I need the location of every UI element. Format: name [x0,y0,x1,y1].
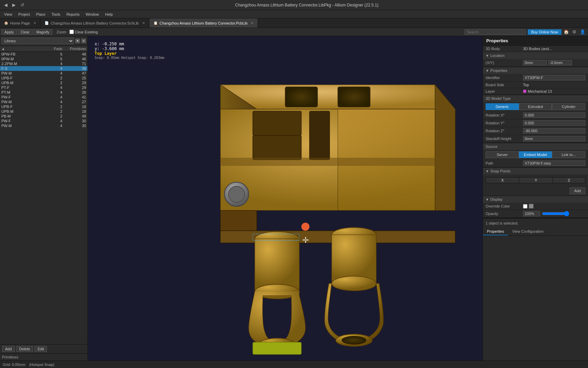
user-icon[interactable]: 👤 [578,29,587,34]
component-row[interactable]: PT-F 4 29 [0,85,87,90]
sort-name-header[interactable]: ▲ [1,47,45,51]
delete-component-button[interactable]: Delete [16,346,33,352]
menu-tools[interactable]: Tools [49,12,63,17]
menu-help[interactable]: Help [102,12,116,17]
coord-y: y: -3.600 mm [95,46,164,51]
component-row[interactable]: PW-M 4 47 [0,71,87,76]
menu-view[interactable]: View [1,12,15,17]
rotation-z-input[interactable] [523,128,585,134]
model-cylinder-button[interactable]: Cylinder [552,103,585,110]
rotation-x-input[interactable] [523,112,585,118]
buy-online-button[interactable]: Buy Online Now [528,29,561,35]
opacity-input[interactable] [523,211,540,216]
pads-header: Pads [45,47,62,51]
component-row[interactable]: UPB-F 2 25 [0,76,87,80]
window-controls[interactable]: ◀ ▶ ↺ [3,2,26,8]
location-x-input[interactable] [523,60,547,65]
tab-view-configuration[interactable]: View Configuration [508,228,548,235]
model-type-buttons: Generic Extruded Cylinder [486,103,585,110]
svg-point-21 [332,276,376,291]
display-section-title[interactable]: ▼ Display [483,196,588,203]
svg-rect-10 [309,111,330,160]
component-row[interactable]: 2-2PW-M 4 71 [0,61,87,66]
component-row[interactable]: PW-F 4 41 [0,95,87,99]
edit-component-button[interactable]: Edit [34,346,47,352]
component-row[interactable]: PB-M 2 49 [0,114,87,119]
comp-name: PW-F [1,119,45,123]
menu-window[interactable]: Window [83,12,102,17]
nav-back[interactable]: ◀ [3,2,9,8]
component-row[interactable]: PW-M 4 30 [0,123,87,128]
comp-name: UPB-M [1,81,45,85]
comp-primitives: 47 [62,71,86,75]
component-row[interactable]: 0PW-FB 5 48 [0,52,87,57]
tab-home[interactable]: 🏠 Home Page ✕ [0,18,40,28]
color-swatch[interactable] [529,204,534,209]
viewport[interactable]: x: -0.250 mm y: -3.600 mm Top Layer Snap… [88,36,483,361]
nav-refresh[interactable]: ↺ [19,2,26,8]
menu-reports[interactable]: Reports [64,12,82,17]
source-link-button[interactable]: Link to... [552,151,585,158]
override-color-checkbox[interactable] [523,204,527,209]
properties-section-title[interactable]: ▼ Properties [483,67,588,74]
location-y-input[interactable] [548,60,572,65]
component-row[interactable]: PW-M 4 27 [0,99,87,104]
source-server-button[interactable]: Server [486,151,519,158]
tab-schlib-close[interactable]: ✕ [142,21,145,25]
tab-pcblib[interactable]: 📋 Changzhou Amass Lithium Battery Connec… [149,18,258,28]
component-row[interactable]: UPB-M 2 29 [0,80,87,85]
search-input[interactable] [464,29,526,35]
snap-add-button[interactable]: Add [570,187,585,194]
library-dropdown[interactable]: Library [1,37,74,44]
rotation-y-input[interactable] [523,120,585,126]
board-side-row: Board Side Top [483,82,588,88]
rotation-y-row: Rotation Y* [483,119,588,127]
component-row[interactable]: PW-F 4 30 [0,119,87,123]
apply-button[interactable]: Apply [1,29,17,35]
component-row[interactable]: 0PW-M 5 46 [0,57,87,61]
home-nav-icon[interactable]: 🏠 [562,29,570,34]
standoff-input[interactable] [523,136,585,141]
settings-icon[interactable]: ⚙ [571,29,578,34]
comp-primitives: 30 [62,119,86,123]
layer-value: Mechanical 13 [528,89,585,93]
component-row[interactable]: PT-M 4 26 [0,90,87,95]
svg-rect-15 [255,239,299,292]
menu-place[interactable]: Place [33,12,48,17]
clear-button[interactable]: Clear [18,29,33,35]
component-row[interactable]: F-S 4 38 [0,66,87,71]
comp-primitives: 25 [62,76,86,80]
comp-name: UPB-M [1,109,45,113]
override-color-label: Override Color [486,204,523,208]
svg-marker-12 [220,211,257,231]
panel-close-btn[interactable]: ✕ [81,39,86,43]
component-row[interactable]: UPB-F 2 18 [0,104,87,109]
tab-schlib[interactable]: 📄 Changzhou Amass Lithium Battery Connec… [40,18,149,28]
clear-existing-checkbox[interactable] [69,30,74,34]
properties-section-label: Properties [490,68,507,73]
location-collapse-arrow: ▼ [486,54,489,58]
add-component-button[interactable]: Add [2,346,15,352]
model-generic-button[interactable]: Generic [486,103,519,110]
comp-name: PW-M [1,71,45,75]
model-extruded-button[interactable]: Extruded [519,103,552,110]
identifier-input[interactable] [523,75,585,80]
nav-forward[interactable]: ▶ [11,2,17,8]
snap-points-section-title[interactable]: ▼ Snap Points [483,168,588,174]
tab-home-close[interactable]: ✕ [33,21,36,25]
tab-properties[interactable]: Properties [483,228,508,235]
left-panel-top: Library ▼ ✕ [0,36,87,46]
comp-pads: 4 [45,119,62,123]
tab-pcblib-close[interactable]: ✕ [251,21,254,25]
path-row: Path [483,159,588,167]
path-input[interactable] [523,160,585,166]
opacity-slider[interactable] [542,211,569,216]
comp-pads: 4 [45,71,62,75]
3d-model-canvas[interactable]: ✛ [88,36,483,361]
component-row[interactable]: UPB-M 2 18 [0,109,87,114]
magnify-button[interactable]: Magnify [33,29,53,35]
location-section-title[interactable]: ▼ Location [483,52,588,59]
source-embed-button[interactable]: Embed Model [519,151,552,158]
panel-collapse-btn[interactable]: ▼ [75,39,80,43]
menu-project[interactable]: Project [16,12,33,17]
